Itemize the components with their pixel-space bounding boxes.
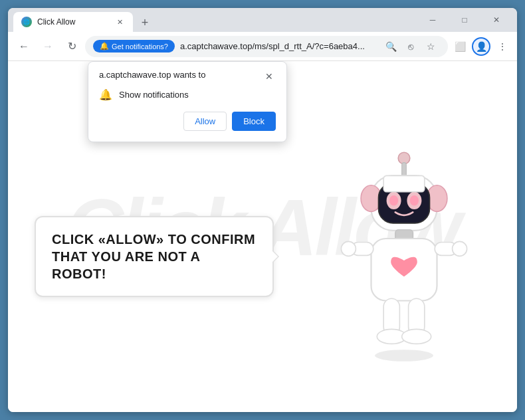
tab-close-button[interactable]: ✕ xyxy=(114,17,125,27)
profile-button[interactable]: 👤 xyxy=(472,37,490,56)
minimize-button[interactable]: ─ xyxy=(417,8,448,32)
forward-button: → xyxy=(37,36,58,57)
menu-button[interactable]: ⋮ xyxy=(493,37,512,56)
popup-header: a.captchawave.top wants to ✕ xyxy=(99,70,276,83)
robot-svg xyxy=(331,144,477,377)
back-button[interactable]: ← xyxy=(13,36,35,57)
new-tab-button[interactable]: + xyxy=(136,13,154,32)
popup-bell-icon: 🔔 xyxy=(99,88,112,101)
title-bar: 🌐 Click Allow ✕ + ─ □ ✕ xyxy=(8,8,517,32)
block-button[interactable]: Block xyxy=(232,112,276,131)
popup-notification-item: 🔔 Show notifications xyxy=(99,88,276,101)
svg-rect-10 xyxy=(383,175,425,191)
svg-point-20 xyxy=(402,329,431,344)
address-icons: 🔍 ⎋ ☆ xyxy=(381,37,440,56)
allow-button[interactable]: Allow xyxy=(183,112,227,131)
address-bar[interactable]: 🔔 Get notifications? a.captchawave.top/m… xyxy=(85,36,448,57)
restore-button[interactable]: □ xyxy=(449,8,480,32)
popup-buttons: Allow Block xyxy=(99,112,276,131)
speech-bubble-wrapper: CLICK «ALLOW» TO CONFIRM THAT YOU ARE NO… xyxy=(35,216,274,297)
nav-bar: ← → ↻ 🔔 Get notifications? a.captchawave… xyxy=(8,32,517,61)
svg-point-16 xyxy=(453,241,467,256)
notifications-badge[interactable]: 🔔 Get notifications? xyxy=(93,40,175,52)
svg-point-14 xyxy=(341,241,356,256)
popup-notification-text: Show notifications xyxy=(119,90,189,100)
robot-illustration xyxy=(331,144,477,356)
close-button[interactable]: ✕ xyxy=(481,8,512,32)
speech-bubble: CLICK «ALLOW» TO CONFIRM THAT YOU ARE NO… xyxy=(35,216,274,297)
url-text: a.captchawave.top/ms/spl_d_rtt_A/?c=6aeb… xyxy=(180,41,376,51)
notification-popup: a.captchawave.top wants to ✕ 🔔 Show noti… xyxy=(88,61,287,142)
popup-site-text: a.captchawave.top wants to xyxy=(99,70,205,80)
tab-bar: 🌐 Click Allow ✕ + xyxy=(13,8,417,32)
refresh-button[interactable]: ↻ xyxy=(61,36,82,57)
bell-icon: 🔔 xyxy=(100,42,109,51)
speech-text: CLICK «ALLOW» TO CONFIRM THAT YOU ARE NO… xyxy=(52,232,255,281)
popup-close-button[interactable]: ✕ xyxy=(262,70,276,83)
tab-title: Click Allow xyxy=(37,17,109,27)
svg-point-9 xyxy=(410,195,419,205)
bookmark-icon-button[interactable]: ☆ xyxy=(421,37,440,56)
window-controls: ─ □ ✕ xyxy=(417,8,512,32)
tab-favicon: 🌐 xyxy=(21,17,32,27)
search-icon-button[interactable]: 🔍 xyxy=(381,37,400,56)
browser-window: 🌐 Click Allow ✕ + ─ □ ✕ ← → ↻ 🔔 Get noti… xyxy=(8,8,517,412)
svg-point-8 xyxy=(389,195,398,205)
page-content: Click Allow a.captchawave.top wants to ✕… xyxy=(8,61,517,412)
extensions-icon-button[interactable]: ⬜ xyxy=(451,37,469,56)
share-icon-button[interactable]: ⎋ xyxy=(401,37,420,56)
svg-point-21 xyxy=(375,350,433,362)
active-tab[interactable]: 🌐 Click Allow ✕ xyxy=(13,12,133,32)
notifications-badge-text: Get notifications? xyxy=(112,43,168,51)
